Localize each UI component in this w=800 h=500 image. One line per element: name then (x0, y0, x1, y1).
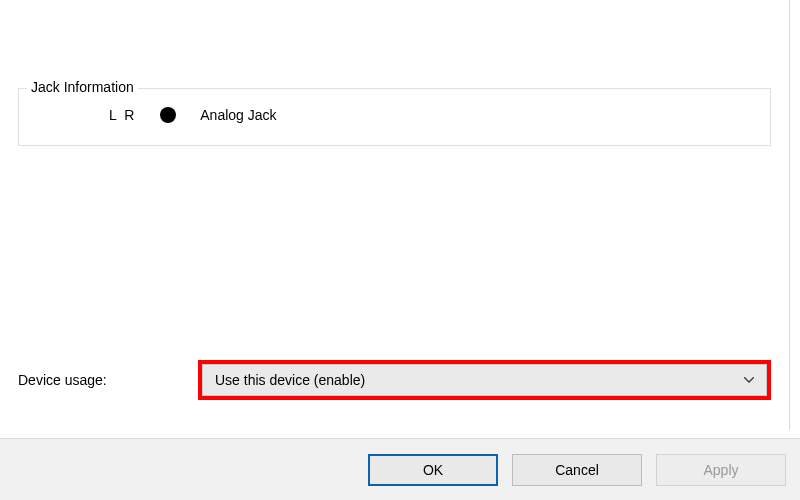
jack-color-icon (160, 107, 176, 123)
ok-button[interactable]: OK (368, 454, 498, 486)
device-usage-label: Device usage: (18, 372, 158, 388)
device-usage-selected-value: Use this device (enable) (215, 372, 365, 388)
device-usage-row: Device usage: Use this device (enable) (18, 360, 771, 400)
cancel-button[interactable]: Cancel (512, 454, 642, 486)
jack-channels-label: L R (109, 107, 136, 123)
jack-information-group: Jack Information L R Analog Jack (18, 88, 771, 146)
jack-type-label: Analog Jack (200, 107, 276, 123)
dialog-button-bar: OK Cancel Apply (0, 438, 800, 500)
chevron-down-icon (742, 373, 756, 387)
device-usage-dropdown[interactable]: Use this device (enable) (202, 364, 767, 396)
apply-button: Apply (656, 454, 786, 486)
jack-information-title: Jack Information (27, 79, 138, 95)
device-usage-highlight: Use this device (enable) (198, 360, 771, 400)
jack-row: L R Analog Jack (37, 107, 752, 123)
dialog-content-area: Jack Information L R Analog Jack Device … (0, 0, 790, 430)
